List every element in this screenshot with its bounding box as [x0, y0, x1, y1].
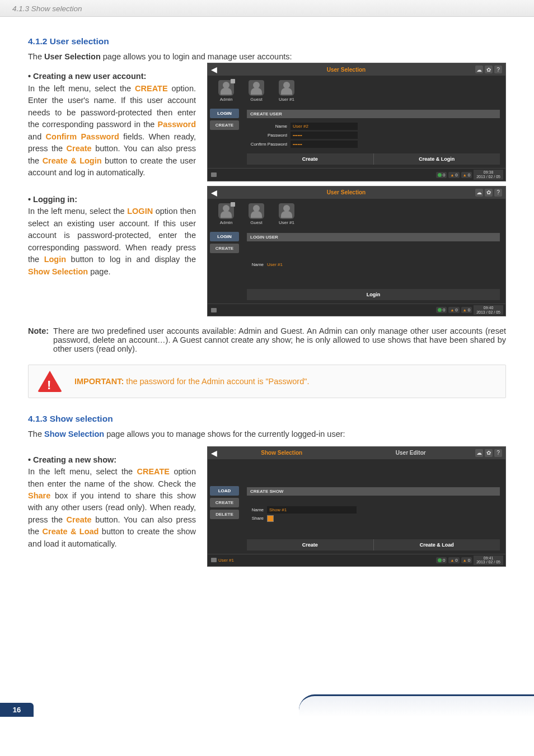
menu-login[interactable]: LOGIN [210, 109, 239, 118]
help-icon[interactable]: ? [494, 66, 502, 73]
user-card-guest[interactable]: Guest [243, 203, 269, 225]
menu-create[interactable]: CREATE [210, 120, 239, 130]
para-create-show: In the left menu, select the CREATE opti… [28, 466, 196, 550]
menu-load[interactable]: LOAD [210, 486, 239, 496]
tab-user-editor[interactable]: User Editor [346, 450, 476, 456]
back-icon[interactable]: ◀ [211, 189, 217, 197]
user-card-guest[interactable]: Guest [243, 80, 269, 102]
heading-412: 4.1.2 User selection [28, 36, 506, 46]
para-login: In the left menu, select the LOGIN optio… [28, 206, 196, 278]
intro-412: The User Selection page allows you to lo… [28, 51, 506, 63]
status-info[interactable]: 0 [436, 307, 447, 313]
status-info[interactable]: 0 [436, 557, 447, 563]
create-login-button[interactable]: Create & Login [373, 153, 500, 165]
important-text: the password for the Admin account is "P… [124, 377, 309, 386]
status-time: 09:412013 / 02 / 05 [474, 556, 503, 565]
back-icon[interactable]: ◀ [211, 449, 217, 457]
warning-icon [38, 371, 62, 392]
intro-413: The Show Selection page allows you to ma… [28, 428, 506, 440]
gear-icon[interactable]: ✿ [485, 449, 493, 457]
status-warn-2[interactable]: 0 [461, 307, 472, 313]
label-share: Share [247, 516, 264, 521]
lock-icon [231, 79, 235, 83]
back-icon[interactable]: ◀ [211, 66, 217, 73]
screenshot-create-show: ◀ Show Selection User Editor ☁ ✿ ? LOAD … [207, 446, 506, 567]
login-button[interactable]: Login [247, 289, 500, 300]
checkbox-share[interactable] [267, 515, 274, 522]
user-card-admin[interactable]: Admin [213, 80, 239, 102]
important-label: IMPORTANT: [74, 377, 124, 386]
folder-icon[interactable] [211, 172, 217, 177]
speech-icon[interactable]: ☁ [475, 66, 483, 73]
login-selected-user: User #1 [267, 262, 283, 267]
heading-413: 4.1.3 Show selection [28, 414, 506, 424]
breadcrumb: 4.1.3 Show selection [12, 4, 82, 13]
label-password: Password [247, 133, 287, 138]
menu-create[interactable]: CREATE [210, 244, 239, 253]
user-card-user1[interactable]: User #1 [274, 203, 299, 225]
page-number: 16 [0, 703, 34, 717]
folder-icon[interactable] [211, 558, 217, 562]
gear-icon[interactable]: ✿ [485, 66, 493, 73]
user-card-user1[interactable]: User #1 [274, 80, 299, 102]
speech-icon[interactable]: ☁ [475, 449, 483, 457]
page-header: 4.1.3 Show selection [0, 0, 534, 17]
window-title: User Selection [217, 189, 475, 195]
bullet-login: • Logging in: [28, 194, 196, 206]
input-show-name[interactable]: Show #1 [267, 506, 357, 514]
bullet-create-show: • Creating a new show: [28, 454, 196, 466]
label-name: Name [247, 262, 264, 267]
help-icon[interactable]: ? [494, 449, 502, 457]
status-time: 09:402013 / 02 / 05 [474, 305, 503, 315]
user-card-admin[interactable]: Admin [213, 203, 239, 225]
menu-create[interactable]: CREATE [210, 498, 239, 507]
lock-icon [231, 202, 235, 207]
label-confirm-password: Confirm Password [247, 142, 287, 147]
panel-heading: CREATE USER [247, 110, 500, 118]
gear-icon[interactable]: ✿ [485, 189, 493, 197]
bullet-create-user: • Creating a new user account: [28, 71, 196, 82]
speech-icon[interactable]: ☁ [475, 189, 483, 197]
status-user: User #1 [218, 558, 234, 563]
screenshot-create-user: ◀ User Selection ☁ ✿ ? Admin Guest User … [207, 63, 506, 181]
input-name[interactable]: User #2 [291, 123, 358, 130]
status-warn-1[interactable]: 0 [448, 307, 459, 313]
para-create-user: In the left menu, select the CREATE opti… [28, 83, 196, 179]
tab-show-selection[interactable]: Show Selection [217, 450, 346, 456]
help-icon[interactable]: ? [494, 189, 502, 197]
screenshot-login-user: ◀ User Selection ☁ ✿ ? Admin Guest User … [207, 186, 506, 316]
create-button[interactable]: Create [247, 539, 373, 550]
create-load-button[interactable]: Create & Load [373, 539, 500, 550]
panel-heading: LOGIN USER [247, 233, 500, 241]
folder-icon[interactable] [211, 308, 217, 312]
status-time: 09:382013 / 02 / 05 [474, 170, 503, 179]
status-warn-2[interactable]: 0 [461, 557, 472, 563]
input-confirm-password[interactable]: •••••• [291, 141, 358, 148]
status-warn-1[interactable]: 0 [448, 557, 459, 563]
note-body: There are two predefined user accounts a… [53, 326, 506, 353]
status-warn-1[interactable]: 0 [448, 172, 459, 178]
label-name: Name [247, 507, 264, 512]
important-box: IMPORTANT: the password for the Admin ac… [28, 365, 506, 398]
menu-delete[interactable]: DELETE [210, 510, 239, 519]
note-label: Note: [28, 326, 49, 353]
input-password[interactable]: •••••• [291, 132, 358, 139]
status-info[interactable]: 0 [436, 172, 447, 178]
window-title: User Selection [217, 67, 475, 73]
page-footer: 16 [0, 703, 534, 717]
create-button[interactable]: Create [247, 153, 373, 165]
panel-heading: CREATE SHOW [247, 487, 500, 496]
label-name: Name [247, 124, 287, 129]
menu-login[interactable]: LOGIN [210, 232, 239, 241]
status-warn-2[interactable]: 0 [461, 172, 472, 178]
